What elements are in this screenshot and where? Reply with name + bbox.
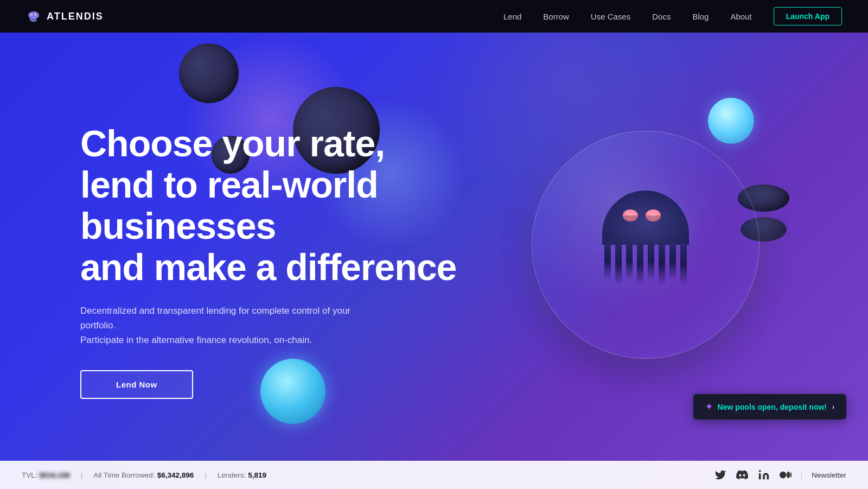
hero-headline: Choose your rate, lend to real-world bus… — [80, 123, 460, 288]
tvl-label: TVL: — [22, 471, 37, 479]
nav-docs[interactable]: Docs — [652, 12, 671, 21]
launch-app-button[interactable]: Launch App — [774, 7, 842, 26]
hero-section: Choose your rate, lend to real-world bus… — [0, 0, 868, 489]
notification-text: New pools open, deposit now! — [718, 403, 827, 411]
newsletter-link[interactable]: Newsletter — [812, 471, 846, 479]
main-glass-orb — [532, 131, 760, 359]
notification-arrow-icon: › — [832, 403, 834, 411]
social-divider — [801, 471, 802, 479]
lenders-value: 5,819 — [248, 471, 266, 479]
navbar: ATLENDIS Lend Borrow Use Cases Docs Blog… — [0, 0, 868, 33]
svg-point-2 — [34, 14, 36, 16]
nav-blog[interactable]: Blog — [692, 12, 709, 21]
tentacle-2 — [615, 242, 622, 285]
orb-cyan-top-right — [708, 98, 754, 144]
stat-divider-2: | — [205, 471, 207, 479]
nav-borrow[interactable]: Borrow — [543, 12, 569, 21]
notification-badge[interactable]: ✦ New pools open, deposit now! › — [693, 394, 846, 420]
stat-divider-1: | — [81, 471, 83, 479]
svg-point-0 — [28, 11, 39, 19]
stats-group: TVL: $516,108 | All Time Borrowed: $6,34… — [22, 471, 266, 479]
hero-subtext: Decentralized and transparent lending fo… — [80, 303, 362, 348]
notification-star-icon: ✦ — [705, 402, 712, 412]
nav-use-cases[interactable]: Use Cases — [591, 12, 630, 21]
svg-point-3 — [759, 470, 761, 472]
brand-logo-icon — [26, 11, 41, 22]
hero-content: Choose your rate, lend to real-world bus… — [80, 90, 460, 399]
tentacle-7 — [669, 242, 676, 280]
twitter-icon[interactable] — [714, 469, 726, 481]
tentacle-4 — [637, 242, 643, 285]
linkedin-icon[interactable] — [758, 469, 770, 481]
discord-icon[interactable] — [736, 469, 748, 481]
hero-sub-line-2: Participate in the alternative finance r… — [80, 335, 312, 345]
bottom-stats-bar: TVL: $516,108 | All Time Borrowed: $6,34… — [0, 461, 868, 489]
jellyfish-eye-right — [646, 209, 661, 221]
social-links: Newsletter — [714, 469, 846, 481]
tentacle-5 — [648, 242, 654, 280]
tvl-value: $516,108 — [40, 471, 70, 479]
lend-now-button[interactable]: Lend Now — [80, 370, 193, 399]
borrowed-label: All Time Borrowed: — [93, 471, 155, 479]
headline-line-2: lend to real-world businesses — [80, 164, 378, 246]
jellyfish-mascot — [597, 190, 694, 299]
lenders-label: Lenders: — [218, 471, 246, 479]
tentacle-3 — [626, 242, 633, 280]
jellyfish-body — [602, 190, 689, 245]
headline-line-1: Choose your rate, — [80, 123, 385, 164]
stat-lenders: Lenders: 5,819 — [218, 471, 266, 479]
tentacle-1 — [604, 242, 611, 280]
nav-lend[interactable]: Lend — [503, 12, 521, 21]
svg-point-1 — [30, 14, 33, 16]
medium-icon[interactable] — [780, 469, 792, 481]
tentacle-6 — [659, 242, 665, 285]
jellyfish-tentacles — [604, 242, 687, 285]
brand-name: ATLENDIS — [47, 11, 104, 22]
jellyfish-eye-left — [623, 209, 638, 221]
headline-line-3: and make a difference — [80, 246, 456, 288]
stat-tvl: TVL: $516,108 — [22, 471, 70, 479]
tentacle-8 — [680, 242, 687, 285]
nav-links: Lend Borrow Use Cases Docs Blog About La… — [503, 7, 842, 26]
nav-about[interactable]: About — [730, 12, 751, 21]
stat-borrowed: All Time Borrowed: $6,342,896 — [93, 471, 194, 479]
hero-sub-line-1: Decentralized and transparent lending fo… — [80, 306, 350, 331]
brand-logo[interactable]: ATLENDIS — [26, 11, 104, 22]
borrowed-value: $6,342,896 — [157, 471, 194, 479]
